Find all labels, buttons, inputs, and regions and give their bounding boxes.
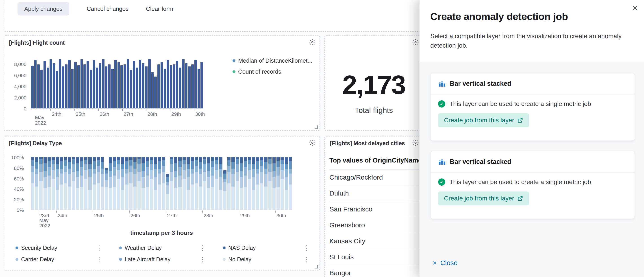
clear-form-button[interactable]: Clear form [146, 6, 173, 12]
stacked-bar-segment [150, 160, 153, 164]
histogram-bar [114, 60, 117, 108]
stacked-bar-segment [174, 157, 177, 163]
stacked-bar-segment [244, 176, 247, 187]
stacked-bar-segment [285, 164, 288, 169]
stacked-bar-segment [44, 171, 47, 177]
stacked-bar-segment [190, 184, 194, 210]
legend-item[interactable]: Late Aircraft Delay⋮ [116, 256, 220, 263]
stacked-bar-segment [211, 187, 214, 210]
histogram-bar [133, 61, 135, 108]
histogram-bar [148, 59, 151, 108]
stacked-bar-segment [158, 184, 161, 210]
stacked-bar [227, 157, 230, 210]
histogram-bar [139, 60, 142, 108]
legend-color-dot [16, 246, 18, 249]
histogram-bar [59, 59, 62, 108]
stacked-bar-segment [203, 164, 206, 172]
stacked-bar-segment [252, 157, 255, 164]
gear-icon[interactable] [412, 139, 419, 146]
stacked-bar [248, 157, 251, 210]
stacked-bar-segment [52, 164, 55, 170]
resize-handle[interactable] [314, 265, 318, 268]
histogram-bar [105, 67, 108, 108]
stacked-bar-segment [72, 157, 75, 159]
stacked-bar-segment [64, 172, 67, 183]
stacked-bar-segment [248, 164, 251, 170]
resize-handle[interactable] [314, 125, 318, 129]
stacked-bar [195, 157, 198, 210]
stacked-bar-segment [268, 172, 272, 181]
stacked-bar-segment [56, 164, 59, 169]
legend-item[interactable]: Median of DistanceKilomet... [232, 57, 312, 64]
stacked-bar-segment [105, 168, 108, 170]
y-tick-label: 8,000 [14, 62, 26, 67]
stacked-bar [215, 157, 218, 210]
legend-color-dot [232, 70, 236, 73]
x-tick-label: 24th [52, 111, 62, 117]
legend-item[interactable]: NAS Delay⋮ [220, 245, 316, 251]
stacked-bar-segment [52, 179, 55, 210]
legend-actions-icon[interactable]: ⋮ [96, 256, 102, 263]
x-tick-label: 30th [276, 213, 286, 219]
stacked-bar-segment [146, 187, 149, 210]
histogram-bar [50, 59, 52, 108]
gear-icon[interactable] [309, 39, 316, 46]
legend-actions-icon[interactable]: ⋮ [199, 256, 206, 263]
stacked-bar-segment [56, 190, 59, 210]
legend-actions-icon[interactable]: ⋮ [303, 256, 310, 263]
histogram-bar [173, 64, 175, 108]
stacked-bar [150, 157, 153, 210]
flyout-close-link[interactable]: × Close [432, 259, 458, 267]
stacked-bar-segment [182, 157, 186, 160]
gear-icon[interactable] [309, 139, 316, 146]
stacked-bar-segment [158, 169, 161, 173]
legend-item[interactable]: Count of records [232, 68, 312, 75]
compatibility-text: This layer can be used to create a singl… [449, 100, 591, 108]
apply-changes-button[interactable]: Apply changes [18, 2, 69, 16]
create-job-button[interactable]: Create job from this layer [438, 113, 529, 127]
stacked-bar-segment [130, 183, 132, 210]
stacked-bar-segment [97, 183, 100, 210]
stacked-bar [125, 157, 128, 210]
stacked-bar [64, 157, 67, 210]
stacked-bar-segment [260, 160, 263, 165]
x-tick-label: 28th [204, 213, 213, 219]
x-tick [122, 109, 123, 111]
toolbar: Apply changes Cancel changes Clear form [18, 2, 173, 16]
x-tick [38, 210, 38, 213]
stacked-bar-segment [240, 171, 243, 177]
stacked-bar-segment [105, 173, 108, 180]
create-anomaly-job-flyout: × Create anomaly detection job Select a … [419, 0, 644, 277]
stacked-bar-segment [76, 171, 80, 177]
legend-item[interactable]: Weather Delay⋮ [116, 245, 220, 251]
stacked-bar-segment [109, 163, 112, 171]
stacked-bar-segment [113, 157, 116, 161]
stacked-bar-segment [182, 179, 186, 210]
histogram-bar [200, 62, 203, 108]
stacked-bar-segment [158, 161, 161, 169]
legend-actions-icon[interactable]: ⋮ [303, 245, 310, 251]
cancel-changes-button[interactable]: Cancel changes [87, 6, 128, 12]
stacked-bar-segment [264, 157, 267, 162]
stacked-bar-segment [215, 157, 218, 160]
legend-item[interactable]: Carrier Delay⋮ [12, 256, 116, 263]
stacked-bar-segment [48, 176, 51, 187]
stacked-bar [244, 157, 247, 210]
stacked-bar-segment [264, 186, 267, 210]
stacked-bar-segment [121, 190, 124, 210]
histogram-bar [142, 63, 144, 108]
legend-actions-icon[interactable]: ⋮ [96, 245, 102, 251]
stacked-bar-segment [84, 179, 88, 210]
histogram-bar [118, 62, 120, 108]
legend-actions-icon[interactable]: ⋮ [199, 245, 206, 251]
legend-item[interactable]: No Delay⋮ [220, 256, 316, 263]
create-job-button[interactable]: Create job from this layer [438, 191, 529, 205]
legend-item[interactable]: Security Delay⋮ [12, 245, 116, 251]
stacked-bar-segment [117, 160, 120, 164]
histogram-bar [191, 64, 194, 108]
stacked-bar-segment [289, 157, 292, 161]
legend-label: Late Aircraft Delay [125, 256, 170, 263]
close-icon[interactable]: × [629, 2, 641, 14]
gear-icon[interactable] [412, 39, 419, 46]
histogram-bar [96, 68, 98, 108]
